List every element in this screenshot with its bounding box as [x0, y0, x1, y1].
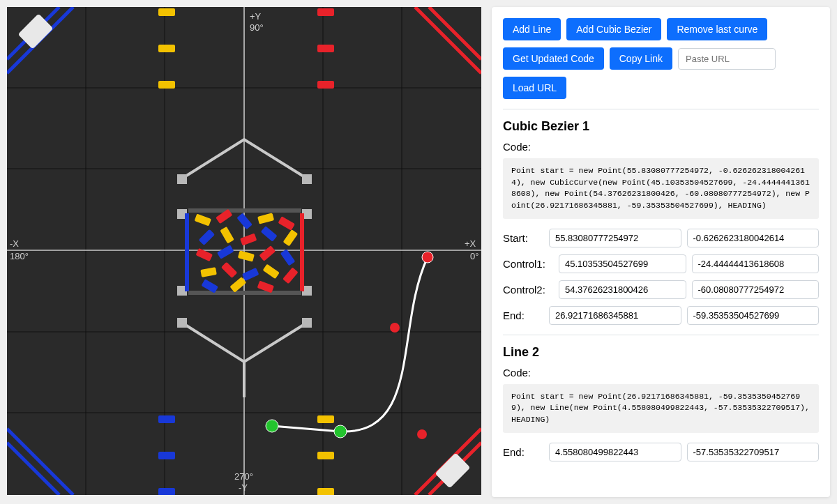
- line-end-x-input[interactable]: [549, 443, 681, 461]
- end-y-input[interactable]: [687, 306, 820, 325]
- row-start: Start:: [503, 229, 819, 247]
- svg-rect-62: [317, 81, 334, 89]
- code-block: Point start = new Point(26.9217168634588…: [503, 384, 819, 433]
- toolbar-row-3: Load URL: [503, 77, 819, 99]
- svg-rect-68: [317, 488, 334, 495]
- load-url-button[interactable]: Load URL: [503, 77, 566, 99]
- axis-neg-x-deg: 180°: [10, 251, 29, 261]
- svg-rect-22: [177, 174, 187, 184]
- row-control1: Control1:: [503, 254, 819, 273]
- curve-title: Line 2: [503, 345, 819, 360]
- add-bezier-button[interactable]: Add Cubic Bezier: [566, 18, 661, 40]
- handle-line-end[interactable]: [266, 420, 278, 432]
- handle-start[interactable]: [422, 252, 433, 263]
- label-start: Start:: [503, 232, 543, 244]
- curve-block-1: Cubic Bezier 1 Code: Point start = new P…: [503, 119, 819, 325]
- handle-control1[interactable]: [390, 323, 400, 333]
- row-end: End:: [503, 306, 819, 325]
- divider: [503, 109, 819, 109]
- axis-neg-x: -X: [10, 238, 19, 249]
- svg-rect-67: [317, 452, 334, 459]
- axis-pos-x: +X: [465, 238, 476, 249]
- field-canvas[interactable]: +Y 90° 270° -Y -X 180° +X 0°: [7, 7, 481, 495]
- control1-y-input[interactable]: [692, 254, 820, 273]
- svg-rect-60: [317, 8, 334, 16]
- code-label: Code:: [503, 367, 819, 379]
- start-y-input[interactable]: [687, 229, 820, 247]
- field-svg: +Y 90° 270° -Y -X 180° +X 0°: [7, 7, 481, 495]
- svg-rect-58: [158, 45, 175, 52]
- control-panel: Add Line Add Cubic Bezier Remove last cu…: [492, 7, 830, 497]
- axis-pos-y: +Y: [250, 11, 262, 22]
- curve-block-2: Line 2 Code: Point start = new Point(26.…: [503, 345, 819, 461]
- start-x-input[interactable]: [549, 229, 681, 247]
- control2-y-input[interactable]: [692, 280, 820, 299]
- label-control1: Control1:: [503, 258, 553, 270]
- control1-x-input[interactable]: [559, 254, 686, 273]
- svg-rect-66: [317, 415, 334, 423]
- handle-control2[interactable]: [417, 429, 427, 439]
- svg-rect-61: [317, 45, 334, 52]
- toolbar-row-2: Get Updated Code Copy Link: [503, 47, 819, 70]
- label-end: End:: [503, 446, 543, 458]
- remove-last-button[interactable]: Remove last curve: [667, 18, 767, 40]
- row-control2: Control2:: [503, 280, 819, 299]
- curve-title: Cubic Bezier 1: [503, 119, 819, 134]
- toolbar-row-1: Add Line Add Cubic Bezier Remove last cu…: [503, 18, 819, 40]
- axis-pos-x-deg: 0°: [470, 251, 478, 261]
- end-x-input[interactable]: [549, 306, 681, 325]
- label-control2: Control2:: [503, 284, 553, 296]
- label-end: End:: [503, 310, 543, 321]
- get-code-button[interactable]: Get Updated Code: [503, 47, 604, 70]
- axis-pos-y-deg: 90°: [250, 22, 264, 33]
- code-label: Code:: [503, 141, 819, 153]
- svg-rect-59: [158, 81, 175, 89]
- row-end-2: End:: [503, 443, 819, 461]
- svg-rect-25: [302, 318, 312, 328]
- paste-url-input[interactable]: [678, 48, 776, 70]
- divider: [503, 335, 819, 335]
- svg-rect-63: [158, 415, 175, 423]
- svg-rect-64: [158, 452, 175, 459]
- svg-rect-24: [177, 318, 187, 328]
- svg-rect-65: [158, 488, 175, 495]
- control2-x-input[interactable]: [559, 280, 686, 299]
- copy-link-button[interactable]: Copy Link: [610, 47, 672, 70]
- line-end-y-input[interactable]: [687, 443, 820, 461]
- add-line-button[interactable]: Add Line: [503, 18, 561, 40]
- handle-bezier-end[interactable]: [334, 425, 347, 438]
- axis-neg-y: -Y: [239, 482, 248, 493]
- code-block: Point start = new Point(55.8308077725497…: [503, 158, 819, 219]
- svg-rect-57: [158, 8, 175, 16]
- axis-neg-y-deg: 270°: [234, 471, 253, 482]
- svg-rect-23: [302, 174, 312, 184]
